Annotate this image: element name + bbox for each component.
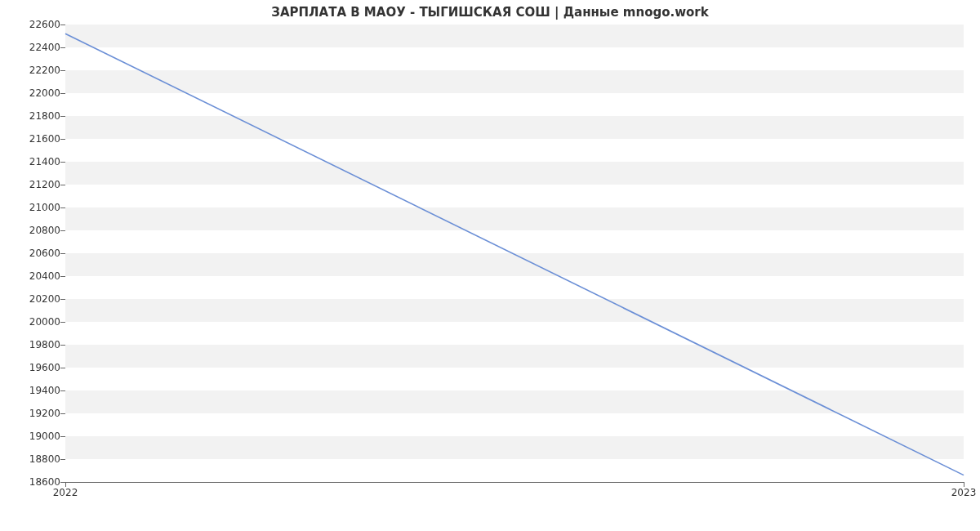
y-tick-mark <box>60 253 65 254</box>
y-tick-label: 18800 <box>3 453 60 465</box>
y-tick-mark <box>60 25 65 25</box>
y-tick-label: 21000 <box>3 202 60 213</box>
y-tick-label: 18600 <box>3 476 60 488</box>
y-tick-mark <box>60 162 65 163</box>
y-tick-label: 19200 <box>3 408 60 419</box>
y-tick-mark <box>60 70 65 71</box>
y-tick-mark <box>60 299 65 300</box>
y-tick-mark <box>60 459 65 460</box>
y-tick-mark <box>60 322 65 323</box>
y-tick-label: 21600 <box>3 133 60 145</box>
chart-container: ЗАРПЛАТА В МАОУ - ТЫГИШСКАЯ СОШ | Данные… <box>0 0 980 531</box>
chart-title: ЗАРПЛАТА В МАОУ - ТЫГИШСКАЯ СОШ | Данные… <box>0 5 980 20</box>
y-tick-mark <box>60 368 65 368</box>
y-tick-label: 20600 <box>3 248 60 259</box>
y-tick-mark <box>60 230 65 231</box>
y-tick-label: 19400 <box>3 385 60 396</box>
x-tick-label: 2022 <box>53 487 78 498</box>
series-line <box>65 33 964 475</box>
y-tick-label: 20800 <box>3 225 60 236</box>
y-tick-mark <box>60 390 65 391</box>
y-tick-label: 19000 <box>3 431 60 442</box>
y-tick-mark <box>60 116 65 117</box>
y-tick-mark <box>60 276 65 277</box>
y-tick-label: 21800 <box>3 110 60 122</box>
x-tick-label: 2023 <box>951 487 977 498</box>
y-tick-label: 20200 <box>3 293 60 305</box>
y-tick-label: 19800 <box>3 339 60 350</box>
y-tick-mark <box>60 185 65 185</box>
y-tick-mark <box>60 47 65 48</box>
y-tick-label: 22400 <box>3 42 60 53</box>
y-tick-label: 22600 <box>3 19 60 30</box>
y-tick-mark <box>60 413 65 414</box>
y-tick-mark <box>60 207 65 208</box>
y-tick-mark <box>60 139 65 140</box>
y-tick-mark <box>60 436 65 437</box>
y-tick-mark <box>60 93 65 94</box>
x-tick-mark <box>65 482 66 487</box>
y-tick-mark <box>60 345 65 346</box>
line-series <box>65 25 964 482</box>
y-tick-label: 22200 <box>3 65 60 76</box>
y-tick-label: 20000 <box>3 316 60 328</box>
y-tick-label: 21400 <box>3 156 60 167</box>
y-tick-label: 19600 <box>3 362 60 373</box>
y-tick-label: 20400 <box>3 270 60 282</box>
y-tick-label: 21200 <box>3 179 60 190</box>
plot-area <box>65 25 964 483</box>
x-tick-mark <box>964 482 964 487</box>
y-tick-label: 22000 <box>3 87 60 99</box>
